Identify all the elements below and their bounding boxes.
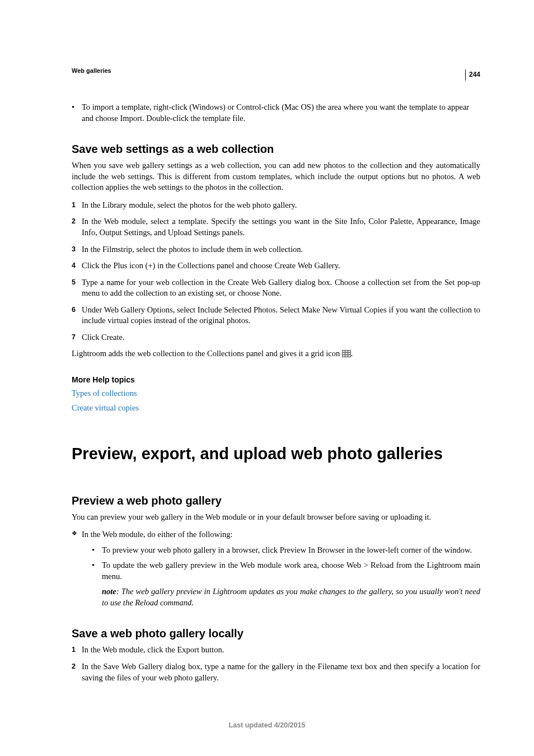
section-breadcrumb: Web galleries xyxy=(72,67,480,74)
list-item: In the Save Web Gallery dialog box, type… xyxy=(72,661,480,683)
list-item: In the Filmstrip, select the photos to i… xyxy=(72,244,480,255)
action-lead: In the Web module, do either of the foll… xyxy=(82,530,233,539)
list-item: In the Library module, select the photos… xyxy=(72,200,480,211)
more-help-heading: More Help topics xyxy=(72,375,480,384)
steps-list: In the Library module, select the photos… xyxy=(72,200,480,343)
document-page: 244 Web galleries To import a template, … xyxy=(0,0,534,756)
action-list: In the Web module, do either of the foll… xyxy=(72,529,480,608)
list-item: Under Web Gallery Options, select Includ… xyxy=(72,305,480,326)
paragraph: When you save web gallery settings as a … xyxy=(72,160,480,193)
link-types-of-collections[interactable]: Types of collections xyxy=(72,388,480,400)
link-create-virtual-copies[interactable]: Create virtual copies xyxy=(72,402,480,414)
note-label: note xyxy=(102,587,116,596)
list-item: Type a name for your web collection in t… xyxy=(72,277,480,299)
list-item: In the Web module, select a template. Sp… xyxy=(72,216,480,238)
grid-icon xyxy=(342,350,351,357)
svg-rect-0 xyxy=(342,351,350,357)
note-text: : The web gallery preview in Lightroom u… xyxy=(102,587,480,607)
list-item: In the Web module, click the Export butt… xyxy=(72,645,480,656)
sub-bullet-list: To preview your web photo gallery in a b… xyxy=(92,545,480,582)
closing-text-prefix: Lightroom adds the web collection to the… xyxy=(72,349,342,358)
title-preview-export-upload: Preview, export, and upload web photo ga… xyxy=(72,445,480,463)
footer-last-updated: Last updated 4/20/2015 xyxy=(0,721,534,729)
steps-list: In the Web module, click the Export butt… xyxy=(72,645,480,683)
heading-save-web-settings: Save web settings as a web collection xyxy=(72,143,480,156)
heading-save-gallery-locally: Save a web photo gallery locally xyxy=(72,627,480,640)
paragraph: You can preview your web gallery in the … xyxy=(72,512,480,523)
list-item: Click the Plus icon (+) in the Collectio… xyxy=(72,260,480,272)
list-item: Click Create. xyxy=(72,332,480,343)
note: note: The web gallery preview in Lightro… xyxy=(102,586,480,608)
list-item: To update the web gallery preview in the… xyxy=(92,560,480,582)
intro-bullet-list: To import a template, right-click (Windo… xyxy=(72,102,480,124)
closing-text-suffix: . xyxy=(351,349,353,358)
heading-preview-gallery: Preview a web photo gallery xyxy=(72,494,480,507)
list-item: To preview your web photo gallery in a b… xyxy=(92,545,480,556)
paragraph: Lightroom adds the web collection to the… xyxy=(72,348,480,360)
list-item: To import a template, right-click (Windo… xyxy=(72,102,480,124)
page-number: 244 xyxy=(465,69,480,81)
list-item: In the Web module, do either of the foll… xyxy=(72,529,480,608)
